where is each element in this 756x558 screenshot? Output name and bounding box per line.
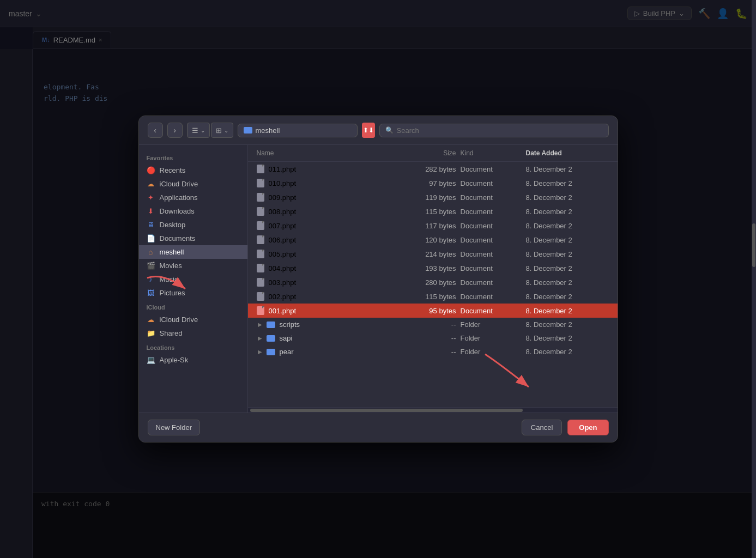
file-kind: Document bbox=[456, 293, 522, 301]
footer-actions: Cancel Open bbox=[522, 420, 609, 435]
location-pill[interactable]: meshell bbox=[238, 124, 358, 137]
file-size: 115 bytes bbox=[391, 293, 456, 301]
file-row-003[interactable]: 003.phpt 280 bytes Document 8. December … bbox=[248, 275, 618, 289]
icloud2-icon: ☁ bbox=[147, 316, 155, 324]
folder-date: 8. December 2 bbox=[522, 320, 609, 329]
file-date: 8. December 2 bbox=[522, 264, 609, 272]
folder-row-pear[interactable]: ▶ pear -- Folder 8. December 2 bbox=[248, 345, 618, 359]
downloads-label: Downloads bbox=[160, 207, 195, 215]
filename: 007.phpt bbox=[269, 222, 297, 230]
file-size: 193 bytes bbox=[391, 264, 456, 272]
modal-overlay: ‹ › ☰ ⌄ ⊞ ⌄ meshell ⬆⬇ 🔍 bbox=[0, 0, 756, 558]
filename: 006.phpt bbox=[269, 236, 297, 244]
foldername: scripts bbox=[280, 320, 300, 329]
search-box[interactable]: 🔍 bbox=[379, 124, 609, 137]
folder-icon bbox=[267, 322, 275, 328]
sidebar-item-shared[interactable]: 📁 Shared bbox=[139, 326, 247, 340]
horizontal-scrollbar[interactable] bbox=[248, 407, 618, 413]
sidebar-item-meshell[interactable]: ⌂ meshell bbox=[139, 245, 247, 259]
file-list-area: Name Size Kind Date Added 011.phpt 282 b… bbox=[248, 145, 618, 413]
file-date: 8. December 2 bbox=[522, 193, 609, 202]
file-date: 8. December 2 bbox=[522, 236, 609, 244]
file-icon bbox=[257, 221, 264, 230]
file-kind: Document bbox=[456, 179, 522, 187]
view-toggle: ☰ ⌄ ⊞ ⌄ bbox=[187, 123, 233, 138]
file-row-009[interactable]: 009.phpt 119 bytes Document 8. December … bbox=[248, 190, 618, 204]
file-size: 119 bytes bbox=[391, 193, 456, 202]
file-size: 95 bytes bbox=[391, 307, 456, 315]
folder-expand-icon: ▶ bbox=[258, 322, 262, 327]
music-icon: ♪ bbox=[147, 275, 155, 283]
folder-row-sapi[interactable]: ▶ sapi -- Folder 8. December 2 bbox=[248, 331, 618, 345]
desktop-label: Desktop bbox=[160, 221, 186, 229]
recents-icon: 🔴 bbox=[147, 166, 155, 174]
sidebar-item-icloud-drive[interactable]: ☁ iCloud Drive bbox=[139, 177, 247, 191]
pictures-icon: 🖼 bbox=[147, 289, 155, 297]
file-icon bbox=[257, 165, 264, 173]
file-kind: Document bbox=[456, 307, 522, 315]
file-row-002[interactable]: 002.phpt 115 bytes Document 8. December … bbox=[248, 289, 618, 304]
filename: 011.phpt bbox=[269, 165, 297, 173]
sidebar-item-recents[interactable]: 🔴 Recents bbox=[139, 163, 247, 177]
sidebar-item-documents[interactable]: 📄 Documents bbox=[139, 232, 247, 245]
downloads-icon: ⬇ bbox=[147, 207, 155, 215]
file-icon bbox=[257, 292, 264, 301]
spinner-button[interactable]: ⬆⬇ bbox=[362, 123, 375, 138]
folder-date: 8. December 2 bbox=[522, 348, 609, 356]
file-size: 115 bytes bbox=[391, 208, 456, 216]
grid-icon: ⊞ bbox=[216, 126, 222, 135]
favorites-header: Favorites bbox=[139, 150, 247, 163]
sidebar-item-pictures[interactable]: 🖼 Pictures bbox=[139, 286, 247, 300]
file-row-010[interactable]: 010.phpt 97 bytes Document 8. December 2 bbox=[248, 176, 618, 190]
file-row-011[interactable]: 011.phpt 282 bytes Document 8. December … bbox=[248, 162, 618, 176]
folder-icon bbox=[267, 335, 275, 342]
desktop-icon: 🖥 bbox=[147, 221, 155, 229]
filename: 009.phpt bbox=[269, 193, 297, 202]
sidebar-item-downloads[interactable]: ⬇ Downloads bbox=[139, 204, 247, 218]
file-row-004[interactable]: 004.phpt 193 bytes Document 8. December … bbox=[248, 261, 618, 275]
file-row-005[interactable]: 005.phpt 214 bytes Document 8. December … bbox=[248, 247, 618, 261]
new-folder-button[interactable]: New Folder bbox=[148, 420, 200, 435]
scrollbar-thumb[interactable] bbox=[250, 409, 523, 412]
folder-size: -- bbox=[391, 348, 456, 356]
file-kind: Document bbox=[456, 222, 522, 230]
file-kind: Document bbox=[456, 193, 522, 202]
file-size: 120 bytes bbox=[391, 236, 456, 244]
foldername: sapi bbox=[280, 334, 293, 342]
file-row-006[interactable]: 006.phpt 120 bytes Document 8. December … bbox=[248, 233, 618, 247]
file-date: 8. December 2 bbox=[522, 222, 609, 230]
recents-label: Recents bbox=[160, 166, 186, 174]
sidebar-item-desktop[interactable]: 🖥 Desktop bbox=[139, 218, 247, 232]
file-table-body: 011.phpt 282 bytes Document 8. December … bbox=[248, 162, 618, 407]
filename: 002.phpt bbox=[269, 293, 297, 301]
shared-label: Shared bbox=[160, 329, 183, 337]
folder-row-scripts[interactable]: ▶ scripts -- Folder 8. December 2 bbox=[248, 318, 618, 331]
icloud-header: iCloud bbox=[139, 300, 247, 313]
open-button[interactable]: Open bbox=[567, 420, 608, 435]
sidebar-item-movies[interactable]: 🎬 Movies bbox=[139, 259, 247, 272]
file-row-001[interactable]: 001.phpt 95 bytes Document 8. December 2 bbox=[248, 304, 618, 318]
sidebar-item-music[interactable]: ♪ Music bbox=[139, 272, 247, 286]
file-row-007[interactable]: 007.phpt 117 bytes Document 8. December … bbox=[248, 219, 618, 233]
folder-date: 8. December 2 bbox=[522, 334, 609, 342]
folder-size: -- bbox=[391, 334, 456, 342]
filename: 005.phpt bbox=[269, 250, 297, 258]
file-date: 8. December 2 bbox=[522, 293, 609, 301]
movies-label: Movies bbox=[160, 262, 182, 270]
header-name: Name bbox=[257, 149, 391, 157]
sidebar-item-applications[interactable]: ✦ Applications bbox=[139, 191, 247, 204]
sidebar-item-apple-sk[interactable]: 💻 Apple-Sk bbox=[139, 353, 247, 367]
sidebar-item-icloud-drive-2[interactable]: ☁ iCloud Drive bbox=[139, 313, 247, 326]
file-row-008[interactable]: 008.phpt 115 bytes Document 8. December … bbox=[248, 204, 618, 219]
forward-button[interactable]: › bbox=[167, 123, 183, 138]
meshell-icon: ⌂ bbox=[147, 248, 155, 256]
list-view-button[interactable]: ☰ ⌄ bbox=[187, 123, 210, 138]
filename: 004.phpt bbox=[269, 264, 297, 272]
search-input[interactable] bbox=[397, 126, 603, 135]
list-chevron-icon: ⌄ bbox=[201, 128, 205, 134]
back-button[interactable]: ‹ bbox=[148, 123, 163, 138]
grid-view-button[interactable]: ⊞ ⌄ bbox=[211, 123, 233, 138]
cancel-button[interactable]: Cancel bbox=[522, 420, 562, 435]
file-icon bbox=[257, 235, 264, 244]
file-date: 8. December 2 bbox=[522, 179, 609, 187]
